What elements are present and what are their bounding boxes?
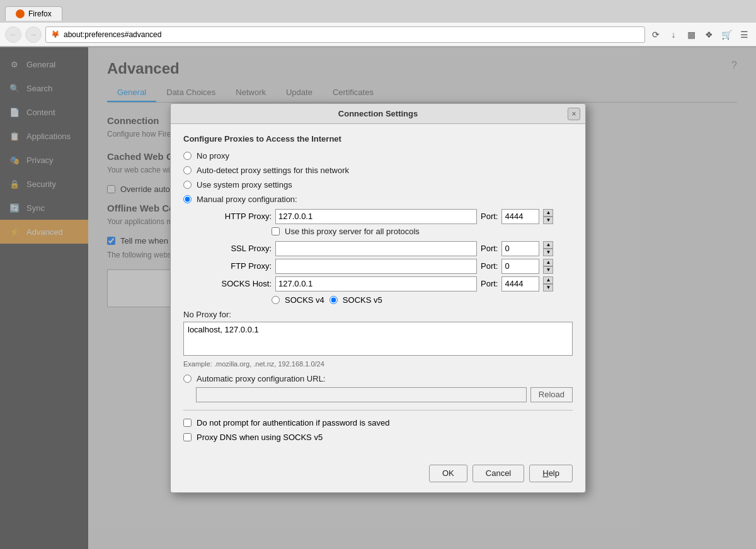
url-text: about:preferences#advanced	[64, 30, 161, 39]
no-proxy-label[interactable]: No proxy	[197, 151, 229, 161]
ssl-proxy-input[interactable]	[275, 241, 477, 256]
socks-port-spinner: ▲ ▼	[543, 276, 553, 291]
ssl-proxy-label: SSL Proxy:	[196, 244, 272, 253]
http-proxy-input[interactable]	[275, 209, 477, 224]
cancel-button[interactable]: Cancel	[472, 465, 524, 482]
refresh-icon[interactable]: ⟳	[649, 28, 663, 42]
auto-proxy-url-input[interactable]	[196, 387, 527, 402]
socks-port-input[interactable]	[501, 276, 539, 291]
http-port-up[interactable]: ▲	[543, 209, 553, 217]
auto-proxy-input-row: Reload	[196, 387, 573, 402]
nav-icons: ⟳ ↓ ▦ ❖ 🛒 ☰	[649, 28, 751, 42]
ssl-port-input[interactable]	[501, 241, 539, 256]
dialog-body: Configure Proxies to Access the Internet…	[171, 124, 585, 458]
download-icon[interactable]: ↓	[667, 28, 680, 42]
socks-v4-label[interactable]: SOCKS v4	[285, 295, 324, 305]
ssl-proxy-row: SSL Proxy: Port: ▲ ▼	[196, 241, 573, 256]
back-button[interactable]: ←	[5, 26, 21, 43]
http-port-down[interactable]: ▼	[543, 217, 553, 224]
socks-v5-label[interactable]: SOCKS v5	[343, 295, 382, 305]
menu-icon[interactable]: ☰	[737, 28, 751, 42]
forward-button[interactable]: →	[25, 26, 42, 43]
auth-checkbox-row: Do not prompt for authentication if pass…	[183, 418, 573, 427]
ftp-port-spinner: ▲ ▼	[543, 259, 553, 274]
ssl-port-down[interactable]: ▼	[543, 249, 553, 256]
no-proxy-radio[interactable]	[183, 152, 192, 160]
tab-bar: Firefox	[0, 0, 756, 23]
ftp-port-up[interactable]: ▲	[543, 259, 553, 266]
no-proxy-textarea[interactable]: localhost, 127.0.0.1	[183, 322, 573, 356]
no-proxy-section: No Proxy for: localhost, 127.0.0.1 Examp…	[183, 310, 573, 368]
dialog-footer: OK Cancel Help	[171, 458, 585, 492]
browser-chrome: Firefox ← → 🦊 about:preferences#advanced…	[0, 0, 756, 47]
connection-settings-dialog: Connection Settings × Configure Proxies …	[170, 103, 586, 493]
socks-v4-radio[interactable]	[272, 296, 280, 304]
dns-checkbox[interactable]	[183, 433, 192, 441]
dns-checkbox-row: Proxy DNS when using SOCKS v5	[183, 433, 573, 442]
firefox-logo: 🦊	[51, 30, 60, 38]
browser-tab[interactable]: Firefox	[5, 6, 62, 21]
socks-port-label: Port:	[481, 279, 498, 288]
socks-host-label: SOCKS Host:	[196, 279, 272, 288]
http-proxy-row: HTTP Proxy: Port: ▲ ▼	[196, 209, 573, 224]
system-proxy-radio[interactable]	[183, 181, 192, 189]
reload-button[interactable]: Reload	[530, 387, 573, 402]
auth-checkbox[interactable]	[183, 419, 192, 427]
auto-proxy-radio[interactable]	[183, 375, 192, 383]
ftp-port-down[interactable]: ▼	[543, 266, 553, 274]
example-text: Example: .mozilla.org, .net.nz, 192.168.…	[183, 360, 573, 368]
ssl-port-label: Port:	[481, 244, 498, 253]
ftp-proxy-input[interactable]	[275, 259, 477, 274]
auto-proxy-config-label[interactable]: Automatic proxy configuration URL:	[197, 374, 325, 383]
auto-detect-row: Auto-detect proxy settings for this netw…	[183, 166, 573, 175]
http-port-spinner: ▲ ▼	[543, 209, 553, 224]
http-port-label: Port:	[481, 212, 498, 221]
no-proxy-for-label: No Proxy for:	[183, 310, 573, 319]
socks-port-down[interactable]: ▼	[543, 284, 553, 291]
url-bar[interactable]: 🦊 about:preferences#advanced	[45, 26, 645, 43]
auto-proxy-config-row: Automatic proxy configuration URL:	[183, 374, 573, 383]
ftp-proxy-label: FTP Proxy:	[196, 261, 272, 271]
pocket-icon[interactable]: ❖	[702, 28, 716, 42]
dialog-divider	[183, 410, 573, 410]
bottom-checkboxes: Do not prompt for authentication if pass…	[183, 418, 573, 442]
auth-label: Do not prompt for authentication if pass…	[197, 418, 389, 427]
ftp-proxy-row: FTP Proxy: Port: ▲ ▼	[196, 259, 573, 274]
http-port-input[interactable]	[501, 209, 539, 224]
system-proxy-row: Use system proxy settings	[183, 180, 573, 190]
http-proxy-label: HTTP Proxy:	[196, 212, 272, 221]
manual-proxy-row: Manual proxy configuration:	[183, 195, 573, 204]
ssl-port-spinner: ▲ ▼	[543, 241, 553, 256]
ftp-port-label: Port:	[481, 261, 498, 271]
socks-host-row: SOCKS Host: Port: ▲ ▼	[196, 276, 573, 291]
ssl-port-up[interactable]: ▲	[543, 241, 553, 249]
dialog-title: Connection Settings	[338, 109, 418, 118]
nav-bar: ← → 🦊 about:preferences#advanced ⟳ ↓ ▦ ❖…	[0, 23, 756, 47]
dialog-overlay: Connection Settings × Configure Proxies …	[0, 47, 756, 549]
auto-detect-label[interactable]: Auto-detect proxy settings for this netw…	[197, 166, 349, 175]
manual-proxy-radio[interactable]	[183, 195, 192, 203]
shopping-icon[interactable]: 🛒	[719, 28, 733, 42]
socks-version-row: SOCKS v4 SOCKS v5	[272, 295, 573, 305]
ok-button[interactable]: OK	[429, 465, 467, 482]
firefox-tab-icon	[16, 9, 25, 18]
dialog-close-button[interactable]: ×	[568, 108, 580, 120]
system-proxy-label[interactable]: Use system proxy settings	[197, 180, 292, 190]
synced-tabs-icon[interactable]: ▦	[684, 28, 698, 42]
socks-host-input[interactable]	[275, 276, 477, 291]
dns-label: Proxy DNS when using SOCKS v5	[197, 433, 323, 442]
use-proxy-checkbox[interactable]	[272, 227, 280, 235]
socks-v5-radio[interactable]	[329, 296, 338, 304]
manual-proxy-label[interactable]: Manual proxy configuration:	[197, 195, 297, 204]
tab-label: Firefox	[28, 9, 52, 18]
use-proxy-row: Use this proxy server for all protocols	[272, 227, 573, 236]
no-proxy-row: No proxy	[183, 151, 573, 161]
use-proxy-label: Use this proxy server for all protocols	[285, 227, 420, 236]
socks-port-up[interactable]: ▲	[543, 276, 553, 284]
dialog-header: Connection Settings ×	[171, 104, 585, 124]
help-button[interactable]: Help	[529, 465, 573, 482]
ftp-port-input[interactable]	[501, 259, 539, 274]
auto-detect-radio[interactable]	[183, 166, 192, 174]
dialog-section-title: Configure Proxies to Access the Internet	[183, 134, 573, 144]
